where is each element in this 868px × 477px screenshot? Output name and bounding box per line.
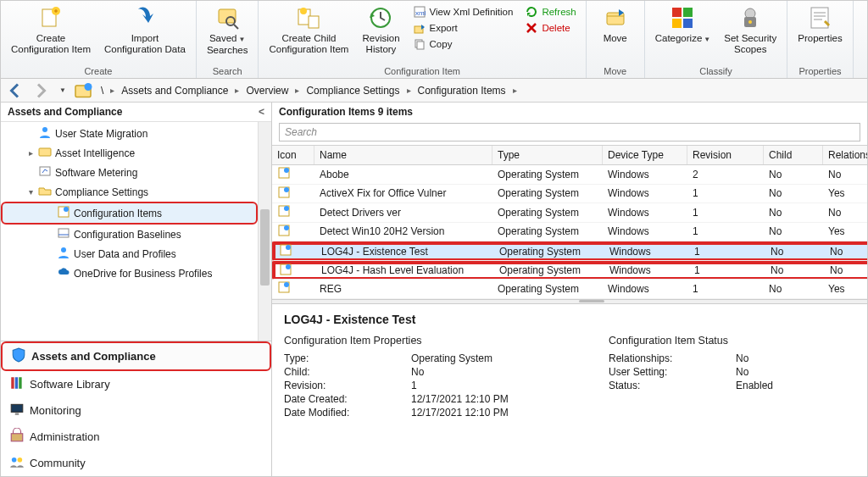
cell-type: Operating System — [492, 281, 603, 297]
cell-name: LOG4J - Hash Level Evaluation — [316, 263, 494, 278]
cell-name: ActiveX Fix for Office Vulner — [314, 186, 492, 201]
column-header[interactable]: Device Type — [603, 146, 687, 164]
column-header[interactable]: Type — [492, 146, 603, 164]
ribbon-group-label: Search — [200, 65, 255, 78]
tree-item[interactable]: OneDrive for Business Profiles — [1, 263, 258, 283]
admin-icon — [9, 428, 25, 446]
column-header[interactable]: Relationships — [823, 146, 868, 164]
wunderbar-item[interactable]: Software Library — [1, 371, 271, 397]
ribbon-rev-history-button[interactable]: Revision History — [355, 3, 406, 57]
cell-relationships: Yes — [823, 186, 868, 201]
svg-rect-14 — [672, 8, 682, 17]
ribbon-label: Create Child — [281, 33, 336, 44]
property-key: Child: — [284, 366, 403, 378]
table-row[interactable]: Detect Drivers ver Operating System Wind… — [272, 203, 868, 223]
search-placeholder: Search — [285, 126, 317, 138]
property-row: Child:No — [284, 365, 575, 379]
list-title: Configuration Items 9 items — [272, 103, 867, 121]
expander-icon[interactable]: ▸ — [26, 148, 35, 158]
cell-device: Windows — [603, 224, 687, 239]
ribbon-copy-button[interactable]: Copy — [410, 36, 516, 52]
wunderbar-item[interactable]: Community — [1, 450, 271, 476]
table-row[interactable]: REG Operating System Windows 1 No Yes — [272, 280, 868, 299]
ribbon-delete-button[interactable]: Delete — [522, 20, 578, 36]
property-value: Operating System — [411, 352, 492, 364]
wunderbar-item[interactable]: Monitoring — [1, 397, 271, 424]
chevron-right-icon: ▸ — [513, 86, 517, 95]
tree-item[interactable]: Software Metering — [1, 163, 258, 182]
create-ci-icon — [37, 4, 64, 31]
cell-type: Operating System — [492, 167, 603, 182]
chevron-right-icon: ▸ — [295, 86, 299, 95]
cell-revision: 1 — [689, 263, 765, 278]
breadcrumb-item[interactable]: \ — [97, 83, 107, 98]
svg-rect-35 — [15, 413, 19, 415]
breadcrumb-item[interactable]: Overview — [242, 83, 292, 98]
svg-point-37 — [12, 458, 17, 463]
ribbon-label: Saved▼ — [209, 33, 246, 45]
nav-dropdown[interactable]: ▼ — [55, 80, 69, 101]
table-row[interactable]: ActiveX Fix for Office Vulner Operating … — [272, 185, 868, 204]
ribbon-export-button[interactable]: Export — [410, 20, 516, 36]
ribbon-label: Properties — [798, 33, 842, 44]
table-row[interactable]: LOG4J - Hash Level Evaluation Operating … — [272, 261, 868, 280]
column-header[interactable]: Revision — [687, 146, 764, 164]
search-input[interactable]: Search — [279, 123, 860, 141]
tree-item-label: Software Metering — [55, 167, 137, 179]
wunderbar-item[interactable]: Administration — [1, 424, 271, 450]
ribbon-set-security-button[interactable]: Set Security Scopes — [717, 3, 783, 57]
cloud-icon — [57, 265, 70, 281]
table-row[interactable]: LOG4J - Existence Test Operating System … — [272, 241, 868, 261]
svg-rect-17 — [683, 19, 693, 28]
ribbon-view-xml-button[interactable]: xmlView Xml Definition — [410, 4, 516, 19]
cell-child: No — [764, 205, 823, 220]
svg-rect-34 — [11, 404, 23, 412]
tree-item[interactable]: ▸ Asset Intelligence — [1, 143, 258, 163]
table-row[interactable]: Abobe Operating System Windows 2 No No — [272, 165, 868, 185]
ribbon-label: Delete — [542, 23, 570, 33]
grid: IconNameTypeDevice TypeRevisionChildRela… — [272, 145, 868, 476]
breadcrumb-item[interactable]: Assets and Compliance — [118, 83, 231, 98]
cell-revision: 2 — [687, 167, 764, 182]
ribbon-create-ci-button[interactable]: Create Configuration Item — [4, 3, 97, 57]
ribbon-create-child-ci-button[interactable]: Create Child Configuration Item — [262, 3, 355, 57]
breadcrumb-item[interactable]: Compliance Settings — [303, 83, 403, 98]
tree-scrollbar[interactable] — [258, 122, 271, 341]
monitor-icon — [9, 402, 25, 419]
ribbon-import-cd-button[interactable]: Import Configuration Data — [97, 3, 192, 57]
nav-home-icon[interactable] — [72, 80, 94, 101]
property-value: 12/17/2021 12:10 PM — [411, 407, 509, 419]
ribbon-label: Import — [131, 33, 159, 44]
ribbon-saved-searches-button[interactable]: Saved▼ Searches — [200, 3, 255, 58]
column-header[interactable]: Icon — [272, 146, 314, 164]
tree-item[interactable]: User State Migration — [1, 124, 258, 143]
row-icon — [272, 222, 314, 241]
ribbon-refresh-button[interactable]: Refresh — [522, 4, 578, 19]
table-row[interactable]: Detect Win10 20H2 Version Operating Syst… — [272, 223, 868, 242]
ribbon-group-label: Create — [4, 65, 192, 78]
column-header[interactable]: Child — [764, 146, 823, 164]
tree-item[interactable]: Configuration Items — [1, 202, 258, 225]
ribbon-categorize-button[interactable]: Categorize▼ — [648, 3, 718, 47]
expander-icon[interactable]: ▾ — [26, 187, 35, 197]
property-row: Relationships:No — [609, 352, 868, 365]
ribbon-properties-button[interactable]: Properties — [791, 3, 849, 46]
saved-searches-icon — [214, 4, 241, 31]
wunderbar-item[interactable]: Assets and Compliance — [1, 341, 271, 371]
cell-relationships: No — [823, 167, 868, 182]
tree-collapse-button[interactable]: < — [259, 106, 264, 118]
cell-device: Windows — [603, 281, 687, 297]
tree-item-label: OneDrive for Business Profiles — [74, 268, 212, 280]
nav-forward-button[interactable] — [30, 80, 52, 101]
ribbon-label: Scopes — [734, 44, 766, 55]
chevron-right-icon: ▸ — [110, 86, 114, 95]
breadcrumb-item[interactable]: Configuration Items — [415, 83, 509, 98]
cell-device: Windows — [604, 263, 689, 278]
nav-back-button[interactable] — [4, 80, 26, 101]
svg-rect-15 — [683, 8, 693, 17]
ribbon-move-button[interactable]: Move — [590, 3, 641, 46]
tree-item[interactable]: User Data and Profiles — [1, 244, 258, 263]
tree-item[interactable]: Configuration Baselines — [1, 225, 258, 244]
column-header[interactable]: Name — [314, 146, 492, 164]
tree-item[interactable]: ▾ Compliance Settings — [1, 182, 258, 202]
